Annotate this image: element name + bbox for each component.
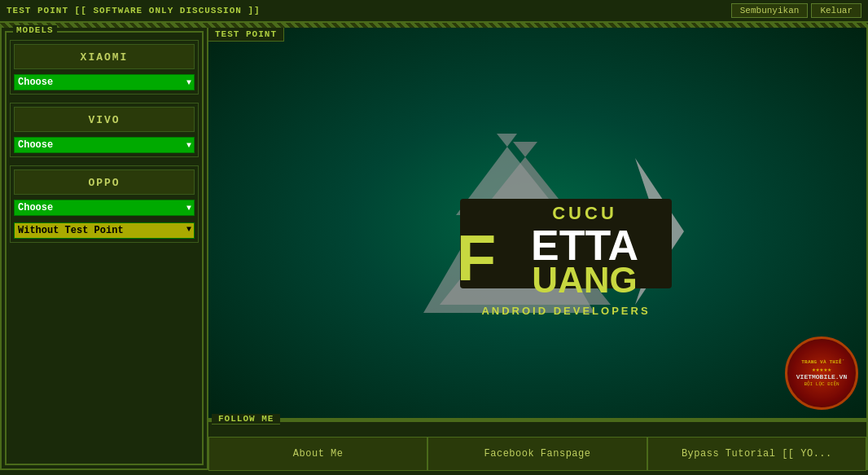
testpoint-section: TEST POINT CUCU — [208, 28, 866, 420]
watermark-main-text: VIETMOBILE.VN — [796, 373, 847, 380]
watermark-stars: ★★★★★ — [812, 366, 831, 373]
oppo-label: OPPO — [14, 169, 195, 195]
bypass-tutorial-button[interactable]: Bypass Tutorial [[ YO... — [647, 437, 866, 471]
xiaomi-select[interactable]: Choose — [14, 74, 195, 90]
models-label: MODELS — [13, 25, 57, 35]
follow-buttons: About Me Facebook Fanspage Bypass Tutori… — [208, 437, 866, 471]
vivo-label: VIVO — [14, 107, 195, 132]
sidebar: MODELS XIAOMI Choose ▼ VIVO Choose — [0, 28, 208, 470]
main-layout: MODELS XIAOMI Choose ▼ VIVO Choose — [0, 28, 868, 470]
titlebar-title: TEST POINT [[ SOFTWARE ONLY DISCUSSION ]… — [7, 6, 261, 15]
oppo-section: OPPO Choose ▼ Without Test Point ▼ — [10, 165, 199, 243]
watermark-bottom-text: BỘI LỌC ĐIỆN — [804, 380, 839, 387]
oppo-dropdown-wrapper: Choose ▼ — [14, 200, 195, 216]
logo-svg: CUCU F ETTA UANG ANDROID DEVELOPERS — [375, 109, 700, 337]
svg-text:CUCU: CUCU — [552, 203, 617, 223]
facebook-fanspage-button[interactable]: Facebook Fanspage — [427, 437, 647, 471]
without-testpoint-wrapper: Without Test Point ▼ — [14, 219, 195, 239]
about-me-button[interactable]: About Me — [208, 437, 427, 471]
follow-section: FOLLOW ME About Me Facebook Fanspage Byp… — [208, 420, 866, 468]
hide-button[interactable]: Sembunyikan — [731, 3, 809, 18]
logo-container: CUCU F ETTA UANG ANDROID DEVELOPERS — [375, 109, 700, 337]
xiaomi-dropdown-wrapper: Choose ▼ — [14, 74, 195, 90]
testpoint-label: TEST POINT — [208, 28, 284, 42]
vivo-dropdown-wrapper: Choose ▼ — [14, 137, 195, 153]
svg-text:UANG: UANG — [532, 260, 638, 300]
vivo-section: VIVO Choose ▼ — [10, 103, 199, 157]
right-panel: TEST POINT CUCU — [208, 28, 868, 470]
without-testpoint-select[interactable]: Without Test Point — [14, 222, 195, 239]
xiaomi-section: XIAOMI Choose ▼ — [10, 40, 199, 95]
xiaomi-label: XIAOMI — [14, 44, 195, 69]
svg-text:ANDROID DEVELOPERS: ANDROID DEVELOPERS — [481, 305, 650, 317]
watermark-top-text: TRANG VÀ THIẾ — [801, 359, 841, 366]
titlebar: TEST POINT [[ SOFTWARE ONLY DISCUSSION ]… — [0, 0, 868, 23]
vivo-select[interactable]: Choose — [14, 137, 195, 153]
watermark: TRANG VÀ THIẾ ★★★★★ VIETMOBILE.VN BỘI LỌ… — [785, 336, 858, 410]
titlebar-buttons: Sembunyikan Keluar — [731, 3, 861, 18]
oppo-select[interactable]: Choose — [14, 200, 195, 216]
svg-text:F: F — [457, 222, 497, 294]
exit-button[interactable]: Keluar — [811, 3, 861, 18]
follow-label: FOLLOW ME — [212, 414, 280, 424]
